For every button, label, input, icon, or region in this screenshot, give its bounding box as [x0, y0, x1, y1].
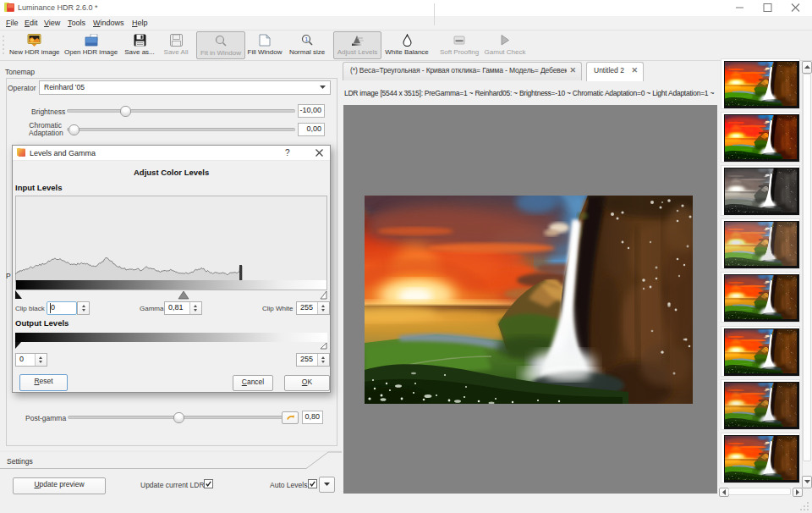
- svg-text:1: 1: [304, 36, 308, 43]
